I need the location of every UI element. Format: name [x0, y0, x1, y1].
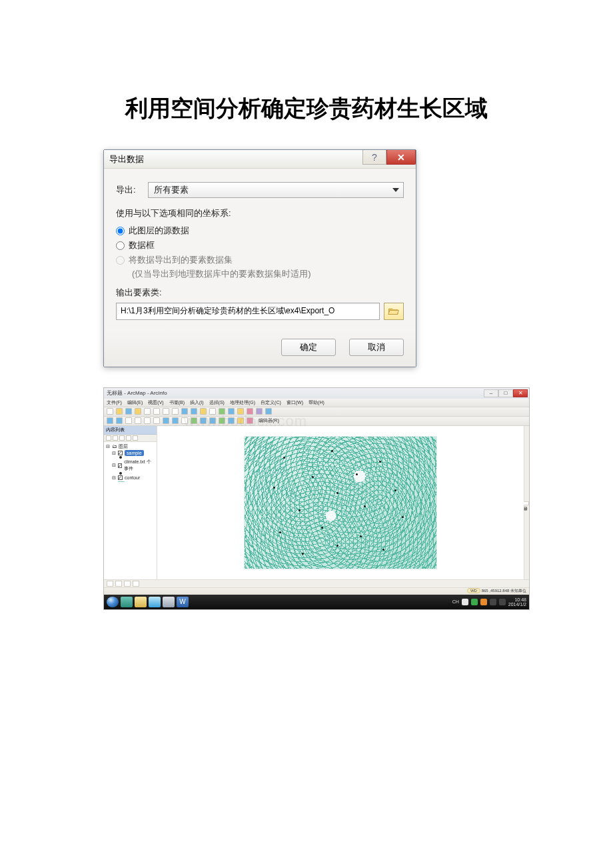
measure-icon[interactable]: [237, 417, 244, 424]
close-button[interactable]: ✕: [386, 150, 416, 165]
taskbar-word-icon[interactable]: W: [177, 597, 189, 607]
taskbar-clock[interactable]: 10:48 2014/1/2: [508, 597, 526, 607]
menu-selection[interactable]: 选择(S): [209, 399, 225, 406]
zoom-out-icon[interactable]: [116, 417, 123, 424]
search-icon[interactable]: [247, 408, 253, 415]
map-view-tabs[interactable]: [104, 579, 529, 587]
taskbar-magnifier-icon[interactable]: [163, 597, 175, 607]
ok-button[interactable]: 确定: [281, 339, 336, 356]
tray-network-icon[interactable]: [490, 599, 496, 605]
layer-contour-checkbox[interactable]: [118, 475, 123, 480]
menu-bookmarks[interactable]: 书签(B): [169, 399, 185, 406]
pan-icon[interactable]: [125, 417, 132, 424]
dialog-titlebar[interactable]: 导出数据 ? ✕: [104, 150, 416, 169]
radio-data-frame-input[interactable]: [116, 241, 125, 250]
menu-window[interactable]: 窗口(W): [287, 399, 303, 406]
select-features-icon[interactable]: [181, 417, 188, 424]
layer-sample-checkbox[interactable]: [118, 451, 123, 455]
right-docked-tabs[interactable]: 目录 搜索: [524, 426, 529, 579]
scale-icon[interactable]: [209, 408, 216, 415]
ime-indicator[interactable]: CH: [452, 599, 459, 604]
pause-drawing-icon[interactable]: [133, 581, 139, 587]
toc-list-source-icon[interactable]: [113, 435, 118, 441]
minimize-button[interactable]: –: [484, 389, 498, 397]
cancel-button[interactable]: 取消: [349, 339, 404, 356]
arcmap-window-titlebar[interactable]: 无标题 - ArcMap - ArcInfo – □ ✕: [104, 388, 529, 399]
toc-options-icon[interactable]: [133, 435, 138, 441]
python-icon[interactable]: [256, 408, 263, 415]
data-view-tab[interactable]: [107, 581, 113, 587]
toc-list-selection-icon[interactable]: [126, 435, 131, 441]
toc-list-visibility-icon[interactable]: [119, 435, 125, 441]
paste-icon[interactable]: [163, 408, 169, 415]
layer-sample[interactable]: sample: [125, 450, 144, 457]
toc-view-buttons[interactable]: [104, 435, 157, 442]
identify-icon[interactable]: [209, 417, 216, 424]
toc-icon[interactable]: [228, 408, 235, 415]
layer-climate-checkbox[interactable]: [118, 463, 122, 468]
menu-customize[interactable]: 自定义(C): [261, 399, 281, 406]
tray-icon-1[interactable]: [462, 599, 468, 605]
fixed-zoom-out-icon[interactable]: [153, 417, 160, 424]
window-close-button[interactable]: ✕: [513, 389, 528, 397]
hyperlink-icon[interactable]: [247, 417, 253, 424]
delete-icon[interactable]: [172, 408, 179, 415]
toc-layers-node[interactable]: 图层: [119, 443, 128, 450]
redo-icon[interactable]: [191, 408, 197, 415]
help-button[interactable]: ?: [362, 150, 386, 165]
output-path-input[interactable]: [116, 303, 380, 320]
goto-xy-icon[interactable]: [228, 417, 235, 424]
layer-climate[interactable]: climate.txt 个事件: [124, 459, 155, 472]
next-extent-icon[interactable]: [172, 417, 179, 424]
full-extent-icon[interactable]: [135, 417, 141, 424]
table-of-contents-panel[interactable]: 内容列表 ⊟ 🗂 图层 ⊟ sample ⊟ climate.txt 个事件 ⊟…: [104, 426, 157, 579]
clear-selection-icon[interactable]: [191, 417, 197, 424]
tray-icon-3[interactable]: [480, 599, 487, 605]
menu-edit[interactable]: 编辑(E): [127, 399, 143, 406]
print-icon[interactable]: [135, 408, 141, 415]
arcmap-tools-toolbar[interactable]: 编辑器(R): [104, 417, 529, 426]
open-icon[interactable]: [116, 408, 123, 415]
fixed-zoom-in-icon[interactable]: [144, 417, 151, 424]
undo-icon[interactable]: [181, 408, 188, 415]
menu-view[interactable]: 视图(V): [148, 399, 163, 406]
taskbar-explorer-icon[interactable]: [135, 597, 147, 607]
find-icon[interactable]: [219, 417, 225, 424]
menu-help[interactable]: 帮助(H): [308, 399, 324, 406]
menu-file[interactable]: 文件(F): [107, 399, 122, 406]
menu-insert[interactable]: 插入(I): [190, 399, 204, 406]
new-icon[interactable]: [107, 408, 113, 415]
tray-volume-icon[interactable]: [499, 599, 506, 605]
toc-tree[interactable]: ⊟ 🗂 图层 ⊟ sample ⊟ climate.txt 个事件 ⊟ cont…: [104, 442, 157, 483]
prev-extent-icon[interactable]: [163, 417, 169, 424]
copy-icon[interactable]: [153, 408, 160, 415]
tray-icon-2[interactable]: [471, 599, 478, 605]
browse-button[interactable]: [384, 303, 404, 320]
maximize-button[interactable]: □: [498, 389, 513, 397]
menu-geoprocessing[interactable]: 地理处理(G): [230, 399, 255, 406]
export-scope-select[interactable]: 所有要素: [148, 182, 404, 198]
refresh-icon[interactable]: [124, 581, 131, 587]
radio-source-data[interactable]: 此图层的源数据: [116, 225, 404, 237]
taskbar-ie-icon[interactable]: [149, 597, 161, 607]
editor-icon[interactable]: [219, 408, 225, 415]
editor-toolbar-label[interactable]: 编辑器(R): [259, 417, 279, 424]
radio-feature-dataset[interactable]: 将数据导出到的要素数据集: [116, 254, 404, 266]
catalog-icon[interactable]: [237, 408, 244, 415]
radio-data-frame[interactable]: 数据框: [116, 239, 404, 251]
windows-taskbar[interactable]: W CH 10:48 2014/1/2: [104, 595, 529, 609]
toc-list-drawing-icon[interactable]: [106, 435, 111, 441]
layout-view-tab[interactable]: [115, 581, 122, 587]
select-elements-icon[interactable]: [200, 417, 207, 424]
cut-icon[interactable]: [144, 408, 151, 415]
zoom-in-icon[interactable]: [107, 417, 113, 424]
layer-contour[interactable]: contour: [125, 475, 140, 481]
add-data-icon[interactable]: [200, 408, 207, 415]
map-view[interactable]: [157, 426, 524, 579]
save-icon[interactable]: [125, 408, 132, 415]
start-button-icon[interactable]: [107, 597, 119, 607]
radio-source-data-input[interactable]: [116, 227, 125, 235]
help-icon[interactable]: [265, 408, 272, 415]
arcmap-menu-bar[interactable]: 文件(F) 编辑(E) 视图(V) 书签(B) 插入(I) 选择(S) 地理处理…: [104, 399, 529, 407]
arcmap-standard-toolbar[interactable]: [104, 407, 529, 417]
